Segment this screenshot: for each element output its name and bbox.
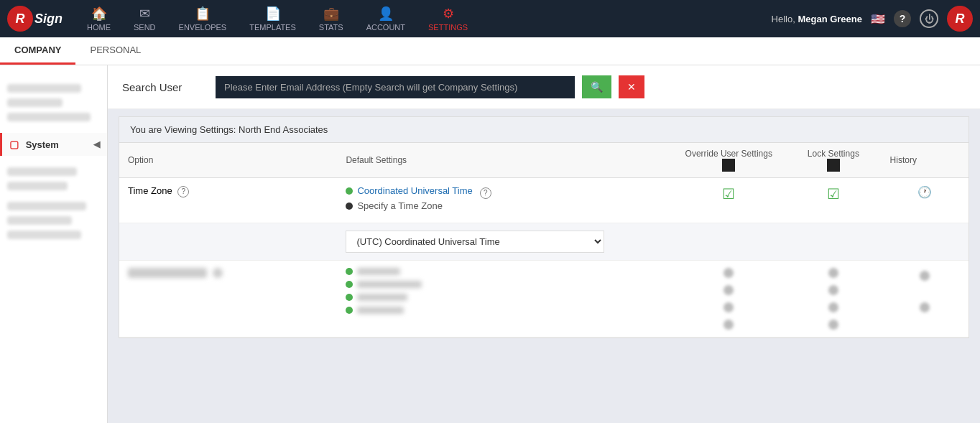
checkmark-icon: ☑	[722, 185, 735, 203]
timezone-label: Time Zone	[128, 185, 172, 196]
flag-icon: 🇺🇸	[871, 12, 885, 26]
timezone-lock-cell: ☑	[785, 178, 881, 223]
col-option-header: Option	[119, 143, 337, 178]
timezone-specify-option: Specify a Time Zone	[346, 200, 663, 211]
specify-text: Specify a Time Zone	[357, 200, 443, 211]
content: Search User 🔍 ✕ You are Viewing Settings…	[108, 65, 980, 423]
override-all-checkbox[interactable]	[722, 159, 735, 172]
settings-header-text: You are Viewing Settings: North End Asso…	[130, 124, 328, 135]
settings-panel: You are Viewing Settings: North End Asso…	[119, 116, 969, 338]
search-bar: Search User 🔍 ✕	[108, 65, 980, 109]
sidebar: ▢ System ◀	[0, 65, 108, 423]
tab-company[interactable]: COMPANY	[0, 37, 75, 65]
timezone-help-icon[interactable]: ?	[177, 186, 189, 197]
account-icon: 👤	[378, 6, 394, 22]
dropdown-history-spacer	[882, 223, 969, 261]
power-button[interactable]: ⏻	[920, 9, 938, 28]
templates-icon: 📄	[265, 6, 281, 22]
system-icon: ▢	[9, 139, 19, 150]
settings-table: Option Default Settings Override User Se…	[119, 143, 969, 338]
nav-home[interactable]: 🏠 HOME	[77, 1, 121, 36]
search-button[interactable]: 🔍	[582, 75, 611, 98]
blurred-option-1	[119, 261, 337, 338]
timezone-select[interactable]: (UTC) Coordinated Universal Time (UTC-05…	[346, 231, 604, 253]
settings-header: You are Viewing Settings: North End Asso…	[119, 117, 969, 143]
blurred-history-1	[882, 261, 969, 338]
chevron-left-icon: ◀	[93, 139, 100, 149]
top-nav: R Sign 🏠 HOME ✉ SEND 📋 ENVELOPES 📄 TEMPL…	[0, 0, 980, 37]
table-row-timezone: Time Zone ? Coordinated Universal Time ?	[119, 178, 969, 223]
col-history-header: History	[882, 143, 969, 178]
utc-text: Coordinated Universal Time	[357, 185, 472, 196]
lock-checkmark-icon: ☑	[827, 185, 840, 203]
logo[interactable]: R Sign	[7, 6, 63, 32]
utc-help-icon[interactable]: ?	[480, 187, 491, 199]
stats-icon: 💼	[323, 6, 339, 22]
timezone-lock-check[interactable]: ☑	[794, 185, 872, 203]
timezone-history-cell: 🕐	[882, 178, 969, 223]
col-lock-header: Lock Settings	[785, 143, 881, 178]
sidebar-blurred-bottom	[0, 156, 107, 251]
timezone-utc-option: Coordinated Universal Time	[346, 185, 472, 196]
timezone-override-check[interactable]: ☑	[680, 185, 777, 203]
nav-right: Hello, Megan Greene 🇺🇸 ? ⏻ R	[772, 6, 973, 32]
blurred-lock-1	[785, 261, 881, 338]
blurred-default-1	[337, 261, 672, 338]
dropdown-lock-spacer	[785, 223, 881, 261]
blurred-override-1	[672, 261, 785, 338]
nav-items: 🏠 HOME ✉ SEND 📋 ENVELOPES 📄 TEMPLATES 💼 …	[77, 1, 478, 36]
dropdown-spacer-cell	[119, 223, 337, 261]
envelopes-icon: 📋	[195, 6, 211, 22]
logo-text: Sign	[34, 11, 63, 27]
clear-button[interactable]: ✕	[619, 75, 644, 98]
timezone-override-cell: ☑	[672, 178, 785, 223]
timezone-default-cell: Coordinated Universal Time ? Specify a T…	[337, 178, 672, 223]
sidebar-blurred-section	[0, 73, 107, 133]
nav-account[interactable]: 👤 ACCOUNT	[356, 1, 415, 36]
main-layout: ▢ System ◀ Search User 🔍 ✕	[0, 65, 980, 423]
sidebar-item-system[interactable]: ▢ System ◀	[0, 133, 107, 156]
help-button[interactable]: ?	[894, 10, 911, 27]
table-row-blurred-1	[119, 261, 969, 338]
timezone-history-icon[interactable]: 🕐	[890, 185, 960, 199]
greeting-text: Hello, Megan Greene	[772, 14, 862, 24]
search-label: Search User	[122, 81, 208, 93]
logo-icon: R	[7, 6, 33, 32]
dropdown-override-spacer	[672, 223, 785, 261]
nav-stats[interactable]: 💼 STATS	[309, 1, 353, 36]
search-icon: 🔍	[591, 81, 603, 93]
table-row-timezone-dropdown: (UTC) Coordinated Universal Time (UTC-05…	[119, 223, 969, 261]
home-icon: 🏠	[91, 6, 107, 22]
nav-send[interactable]: ✉ SEND	[124, 1, 166, 36]
table-header-row: Option Default Settings Override User Se…	[119, 143, 969, 178]
timezone-option-cell: Time Zone ?	[119, 178, 337, 223]
nav-settings[interactable]: ⚙ SETTINGS	[418, 1, 478, 36]
settings-icon: ⚙	[443, 6, 454, 22]
lock-all-checkbox[interactable]	[827, 159, 840, 172]
logo-right-icon: R	[947, 6, 973, 32]
tab-personal[interactable]: PERSONAL	[75, 37, 155, 65]
system-label: System	[26, 139, 59, 150]
nav-templates[interactable]: 📄 TEMPLATES	[239, 1, 306, 36]
timezone-dropdown-cell: (UTC) Coordinated Universal Time (UTC-05…	[337, 223, 672, 261]
clear-icon: ✕	[627, 81, 636, 93]
col-default-header: Default Settings	[337, 143, 672, 178]
send-icon: ✉	[139, 6, 150, 22]
search-input[interactable]	[216, 76, 575, 98]
tabs-bar: COMPANY PERSONAL	[0, 37, 980, 65]
col-override-header: Override User Settings	[672, 143, 785, 178]
utc-dot-icon	[346, 187, 353, 195]
nav-envelopes[interactable]: 📋 ENVELOPES	[169, 1, 237, 36]
specify-dot-icon	[346, 203, 353, 210]
